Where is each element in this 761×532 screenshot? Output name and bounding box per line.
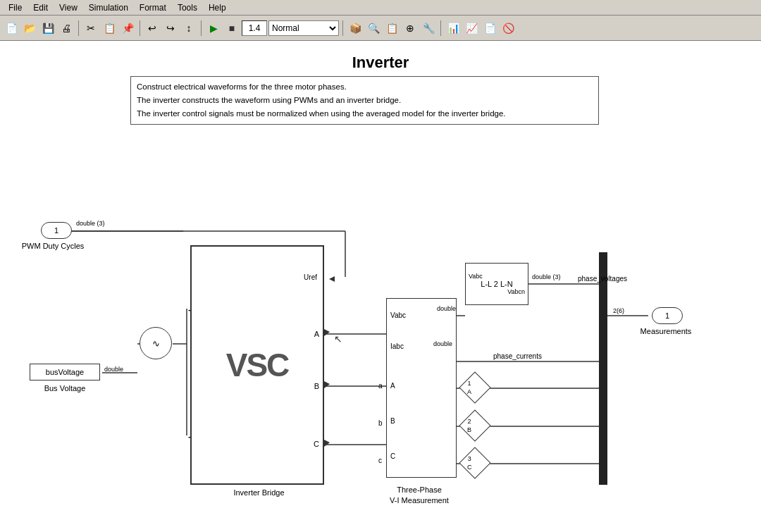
meas-a-label: 1A bbox=[467, 380, 471, 396]
meas-b-label: 2B bbox=[467, 418, 471, 434]
menu-format[interactable]: Format bbox=[134, 1, 172, 14]
meas-c-label: 3C bbox=[467, 455, 472, 471]
vsc-port-a: A bbox=[314, 330, 319, 338]
vabc-in-label: Vabc bbox=[469, 273, 483, 280]
bus-voltage-block[interactable]: busVoltage bbox=[30, 364, 100, 381]
new-button[interactable]: 📄 bbox=[3, 20, 20, 37]
vi-measurement-sublabel: Three-PhaseV-I Measurement bbox=[373, 485, 465, 507]
uref-label: Uref bbox=[304, 273, 317, 281]
meas-diamond-c[interactable] bbox=[459, 447, 490, 478]
vi-port-c: C bbox=[390, 452, 395, 460]
report-button[interactable]: 📄 bbox=[481, 20, 498, 37]
toolbar: 📄 📂 💾 🖨 ✂ 📋 📌 ↩ ↪ ↕ ▶ ■ 1.4 Normal Accel… bbox=[0, 16, 761, 41]
svg-marker-25 bbox=[324, 381, 330, 388]
more1-button[interactable]: ⊕ bbox=[402, 20, 419, 37]
pwm-inport[interactable]: 1 bbox=[41, 222, 72, 239]
analyze-button[interactable]: 📈 bbox=[463, 20, 480, 37]
diagram-canvas[interactable]: Inverter Construct electrical waveforms … bbox=[0, 41, 761, 532]
menu-help[interactable]: Help bbox=[203, 1, 232, 14]
vi-out-c: c bbox=[378, 457, 382, 464]
double-iabc-label: double bbox=[433, 340, 452, 347]
svg-marker-26 bbox=[324, 440, 330, 447]
measurements-label: 1 bbox=[665, 311, 669, 320]
cut-button[interactable]: ✂ bbox=[82, 20, 99, 37]
description-box: Construct electrical waveforms for the t… bbox=[130, 76, 599, 125]
measurements-outport[interactable]: 1 bbox=[652, 307, 683, 324]
vi-out-b: b bbox=[378, 419, 383, 427]
double-bus-label: double bbox=[104, 366, 123, 373]
bus-voltage-label: busVoltage bbox=[46, 368, 84, 376]
more2-button[interactable]: 🔧 bbox=[420, 20, 437, 37]
svg-rect-11 bbox=[599, 252, 607, 485]
two6-label: 2(6) bbox=[613, 307, 624, 314]
sim-mode-select[interactable]: Normal Accelerator Rapid Accelerator bbox=[268, 20, 339, 36]
speed-input[interactable]: 1.4 bbox=[242, 20, 267, 36]
vi-iabc-in: Iabc bbox=[390, 342, 404, 350]
vi-port-a: A bbox=[390, 382, 395, 390]
model-browser-button[interactable]: 🔍 bbox=[365, 20, 382, 37]
stop-button[interactable]: ■ bbox=[223, 20, 240, 37]
svg-marker-27 bbox=[329, 276, 335, 282]
library-button[interactable]: 📦 bbox=[347, 20, 364, 37]
disable-button[interactable]: 🚫 bbox=[500, 20, 516, 37]
scope-button[interactable]: 📊 bbox=[445, 20, 462, 37]
play-button[interactable]: ▶ bbox=[205, 20, 222, 37]
svg-marker-24 bbox=[324, 329, 330, 336]
menu-tools[interactable]: Tools bbox=[172, 1, 203, 14]
pwm-inport-label: 1 bbox=[54, 226, 58, 235]
vsc-port-c: C bbox=[314, 440, 319, 448]
desc-line-1: Construct electrical waveforms for the t… bbox=[137, 82, 347, 91]
ac-source[interactable]: ∿ bbox=[140, 327, 172, 359]
copy-button[interactable]: 📋 bbox=[101, 20, 118, 37]
vabcn-out-label: Vabcn bbox=[507, 288, 525, 295]
vi-measurement-block[interactable]: Vabc Iabc A B C bbox=[386, 298, 457, 478]
open-button[interactable]: 📂 bbox=[21, 20, 38, 37]
properties-button[interactable]: 📋 bbox=[383, 20, 400, 37]
nav-button[interactable]: ↕ bbox=[180, 20, 197, 37]
meas-diamond-b[interactable] bbox=[459, 409, 490, 441]
measurements-sublabel: Measurements bbox=[634, 327, 698, 335]
vi-out-a: a bbox=[378, 382, 383, 390]
menu-simulation[interactable]: Simulation bbox=[83, 1, 134, 14]
ac-source-symbol: ∿ bbox=[152, 338, 160, 349]
cursor-indicator: ↖ bbox=[334, 333, 342, 345]
ll-2ln-block[interactable]: Vabc L-L 2 L-N Vabcn bbox=[465, 263, 528, 305]
phase-voltages-label: phase_voltages bbox=[578, 275, 627, 283]
undo-button[interactable]: ↩ bbox=[144, 20, 161, 37]
double-vabc-label: double bbox=[437, 305, 456, 312]
save-button[interactable]: 💾 bbox=[39, 20, 56, 37]
pwm-inport-sublabel: PWM Duty Cycles bbox=[14, 242, 92, 250]
menu-view[interactable]: View bbox=[54, 1, 83, 14]
paste-button[interactable]: 📌 bbox=[119, 20, 136, 37]
vi-vabc-in: Vabc bbox=[390, 311, 406, 319]
ll-block-label: L-L 2 L-N bbox=[481, 280, 512, 288]
phase-currents-label: phase_currents bbox=[493, 352, 542, 360]
print-button[interactable]: 🖨 bbox=[58, 20, 75, 37]
vi-port-b: B bbox=[390, 417, 395, 425]
vsc-label: VSC bbox=[226, 346, 289, 384]
menu-bar: File Edit View Simulation Format Tools H… bbox=[0, 0, 761, 16]
desc-line-2: The inverter constructs the waveform usi… bbox=[137, 96, 401, 104]
inverter-bridge-block[interactable]: VSC Uref A B C bbox=[190, 245, 324, 485]
inverter-bridge-sublabel: Inverter Bridge bbox=[197, 488, 321, 497]
menu-edit[interactable]: Edit bbox=[27, 1, 54, 14]
diagram-title: Inverter bbox=[352, 54, 409, 72]
meas-diamond-a[interactable] bbox=[459, 371, 490, 403]
menu-file[interactable]: File bbox=[3, 1, 27, 14]
double3-label: double (3) bbox=[76, 220, 105, 227]
redo-button[interactable]: ↪ bbox=[162, 20, 179, 37]
bus-voltage-sublabel: Bus Voltage bbox=[37, 384, 93, 392]
vsc-port-b: B bbox=[314, 382, 319, 390]
desc-line-3: The inverter control signals must be nor… bbox=[137, 109, 506, 118]
double3-out-label: double (3) bbox=[532, 273, 561, 280]
